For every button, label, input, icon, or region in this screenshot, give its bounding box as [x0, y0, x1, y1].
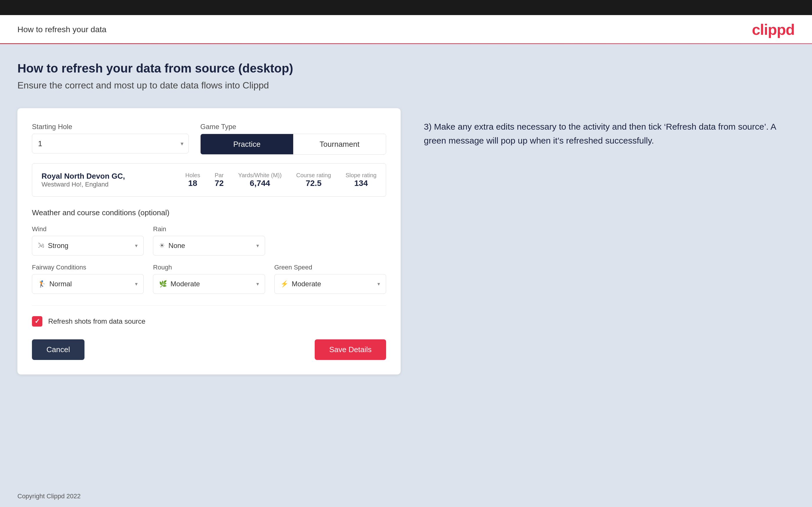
course-rating-value: 72.5	[306, 179, 322, 188]
divider	[32, 305, 386, 306]
fairway-label: Fairway Conditions	[32, 264, 144, 271]
rain-label: Rain	[153, 225, 265, 233]
save-button[interactable]: Save Details	[315, 339, 386, 360]
hole-gametype-row: Starting Hole 1 ▾ Game Type Practice Tou…	[32, 123, 386, 155]
fairway-group: Fairway Conditions 🏌 Normal ▾	[32, 264, 144, 294]
rough-arrow: ▾	[256, 281, 259, 287]
wind-arrow: ▾	[135, 242, 138, 249]
green-speed-group: Green Speed ⚡ Moderate ▾	[274, 264, 386, 294]
course-card: Royal North Devon GC, Westward Ho!, Engl…	[32, 163, 386, 196]
green-speed-icon: ⚡	[281, 280, 288, 288]
fairway-icon: 🏌	[38, 280, 46, 288]
green-speed-value: Moderate	[292, 280, 377, 288]
green-speed-arrow: ▾	[377, 281, 380, 287]
description-text: 3) Make any extra edits necessary to the…	[424, 120, 795, 148]
rough-value: Moderate	[170, 280, 256, 288]
conditions-section: Weather and course conditions (optional)…	[32, 208, 386, 294]
slope-rating-value: 134	[354, 179, 368, 188]
refresh-label: Refresh shots from data source	[48, 317, 145, 326]
action-buttons: Cancel Save Details	[32, 339, 386, 360]
stat-slope-rating: Slope rating 134	[346, 172, 376, 188]
wind-select-wrapper[interactable]: 🌬 Strong ▾	[32, 236, 144, 256]
fairway-select-wrapper[interactable]: 🏌 Normal ▾	[32, 274, 144, 294]
wind-label: Wind	[32, 225, 144, 233]
page-title: How to refresh your data from source (de…	[17, 61, 795, 75]
stat-par: Par 72	[214, 172, 223, 188]
slope-rating-label: Slope rating	[346, 172, 376, 179]
rough-group: Rough 🌿 Moderate ▾	[153, 264, 265, 294]
wind-icon: 🌬	[38, 242, 44, 249]
header-title: How to refresh your data	[17, 25, 107, 34]
header: How to refresh your data clippd	[0, 15, 812, 44]
game-type-group: Game Type Practice Tournament	[200, 123, 386, 155]
logo: clippd	[752, 21, 795, 38]
refresh-checkbox[interactable]: ✓	[32, 316, 42, 327]
stat-holes: Holes 18	[185, 172, 200, 188]
cancel-button[interactable]: Cancel	[32, 339, 85, 360]
game-type-label: Game Type	[200, 123, 386, 131]
refresh-checkbox-row: ✓ Refresh shots from data source	[32, 316, 386, 327]
course-info: Royal North Devon GC, Westward Ho!, Engl…	[42, 172, 173, 188]
side-description: 3) Make any extra edits necessary to the…	[424, 108, 795, 148]
par-value: 72	[214, 179, 223, 188]
yards-value: 6,744	[250, 179, 270, 188]
rough-label: Rough	[153, 264, 265, 271]
rain-select-wrapper[interactable]: ☀ None ▾	[153, 236, 265, 256]
checkmark-icon: ✓	[35, 318, 40, 325]
tournament-button[interactable]: Tournament	[293, 134, 386, 154]
holes-value: 18	[188, 179, 197, 188]
yards-label: Yards/White (M))	[238, 172, 282, 179]
page-subtitle: Ensure the correct and most up to date d…	[17, 80, 795, 91]
starting-hole-select[interactable]: 1	[32, 134, 189, 154]
holes-label: Holes	[185, 172, 200, 179]
stat-yards: Yards/White (M)) 6,744	[238, 172, 282, 188]
wind-value: Strong	[48, 242, 135, 250]
fairway-rough-green-row: Fairway Conditions 🏌 Normal ▾ Rough 🌿 Mo…	[32, 264, 386, 294]
rough-select-wrapper[interactable]: 🌿 Moderate ▾	[153, 274, 265, 294]
green-speed-label: Green Speed	[274, 264, 386, 271]
copyright-text: Copyright Clippd 2022	[17, 493, 81, 500]
footer: Copyright Clippd 2022	[0, 486, 812, 507]
starting-hole-group: Starting Hole 1 ▾	[32, 123, 189, 155]
practice-button[interactable]: Practice	[201, 134, 293, 154]
rain-value: None	[168, 242, 256, 250]
rough-icon: 🌿	[159, 280, 167, 288]
top-bar	[0, 0, 812, 15]
starting-hole-label: Starting Hole	[32, 123, 189, 131]
wind-rain-row: Wind 🌬 Strong ▾ Rain ☀ None ▾	[32, 225, 386, 256]
stat-course-rating: Course rating 72.5	[296, 172, 331, 188]
starting-hole-select-wrapper[interactable]: 1 ▾	[32, 134, 189, 154]
main-content: How to refresh your data from source (de…	[0, 44, 812, 486]
rain-group: Rain ☀ None ▾	[153, 225, 265, 256]
wind-group: Wind 🌬 Strong ▾	[32, 225, 144, 256]
rain-icon: ☀	[159, 242, 165, 249]
fairway-arrow: ▾	[135, 281, 138, 287]
par-label: Par	[214, 172, 223, 179]
green-speed-select-wrapper[interactable]: ⚡ Moderate ▾	[274, 274, 386, 294]
form-card: Starting Hole 1 ▾ Game Type Practice Tou…	[17, 108, 401, 375]
conditions-title: Weather and course conditions (optional)	[32, 208, 386, 217]
fairway-value: Normal	[49, 280, 135, 288]
course-location: Westward Ho!, England	[42, 181, 173, 188]
course-name: Royal North Devon GC,	[42, 172, 173, 181]
course-stats: Holes 18 Par 72 Yards/White (M)) 6,744 C…	[185, 172, 376, 188]
course-rating-label: Course rating	[296, 172, 331, 179]
game-type-buttons: Practice Tournament	[200, 134, 386, 155]
content-area: Starting Hole 1 ▾ Game Type Practice Tou…	[17, 108, 795, 375]
rain-arrow: ▾	[256, 242, 259, 249]
